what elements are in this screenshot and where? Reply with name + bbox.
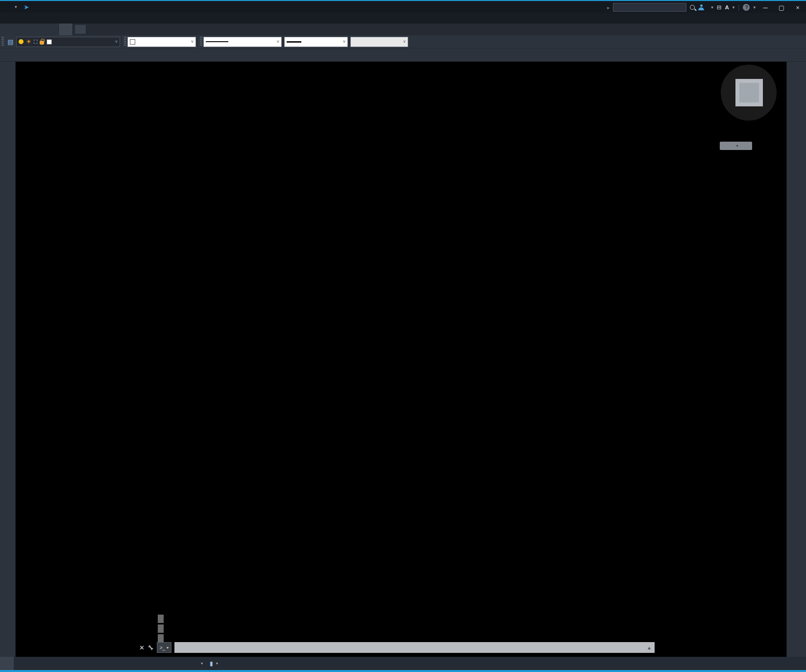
layer-combo-chevron[interactable]: ˅ (115, 39, 118, 44)
titlebar-right: ▸ ▾ ⊟ A ▾ | ? ▾ ─ ▢ × (607, 2, 804, 13)
close-button[interactable]: × (791, 2, 804, 12)
model-space-button[interactable] (190, 658, 195, 669)
color-swatch (130, 39, 135, 45)
window-bottom-accent (0, 670, 806, 672)
linetype-combo-chevron[interactable]: ˅ (277, 39, 279, 44)
help-icon[interactable]: ? (743, 4, 750, 11)
layer-combo[interactable]: ☀ ⛶ ˅ (16, 37, 120, 47)
title-bar: ▾ ➤ ▸ ▾ ⊟ A ▾ | ? ▾ ─ ▢ × (0, 0, 806, 13)
command-history-line (158, 624, 164, 633)
command-expand-icon[interactable]: ▲ (647, 645, 652, 650)
layer-vpfreeze-icon[interactable]: ⛶ (34, 39, 38, 45)
share-button[interactable]: ➤ (24, 3, 31, 11)
toolbar-grip[interactable] (1, 37, 4, 47)
command-bar: ✕ 🔧︎ >_▾ ▲ (139, 641, 655, 654)
lineweight-combo-chevron[interactable]: ˅ (343, 39, 345, 44)
linetype-combo[interactable]: ˅ (203, 37, 282, 47)
layout-tab-model[interactable] (0, 657, 14, 670)
command-recent-icon[interactable]: >_▾ (157, 642, 171, 653)
share-icon: ➤ (24, 3, 29, 11)
plot-style-combo[interactable]: ˅ (350, 37, 408, 47)
layer-on-icon[interactable] (19, 39, 24, 44)
account-chevron-icon[interactable]: ▾ (711, 5, 713, 10)
command-close-icon[interactable]: ✕ (139, 644, 145, 651)
minimize-button[interactable]: ─ (759, 2, 772, 12)
linetype-sample (206, 41, 228, 42)
command-history-line (158, 615, 164, 623)
view-name-chevron: ▾ (736, 144, 738, 148)
command-input[interactable] (174, 642, 655, 653)
tab-start[interactable] (0, 24, 59, 35)
autodesk-app-icon[interactable]: A (725, 4, 729, 10)
toolbar-dimension-modify (0, 49, 806, 62)
color-combo[interactable]: ˅ (127, 37, 196, 47)
command-input-wrap: ▲ (174, 642, 655, 653)
annotation-scale-button[interactable]: ▾ (196, 658, 206, 669)
view-name-control[interactable]: ▾ (720, 142, 752, 150)
logo-chevron-icon[interactable]: ▾ (15, 4, 17, 9)
app-store-icon[interactable]: ⊟ (717, 4, 722, 11)
account-icon[interactable] (698, 4, 704, 10)
modify-toolbar (786, 62, 806, 657)
layer-thaw-icon[interactable]: ☀ (26, 38, 31, 45)
layout-tab-layout1[interactable] (14, 657, 27, 670)
layer-properties-icon[interactable]: ▤ (5, 36, 16, 48)
help-chevron-icon[interactable]: ▾ (753, 5, 756, 10)
autocad-window: ▾ ➤ ▸ ▾ ⊟ A ▾ | ? ▾ ─ ▢ × (0, 0, 806, 672)
layer-color-swatch (47, 39, 52, 45)
cad-drawing[interactable] (16, 62, 786, 657)
plot-style-combo-chevron[interactable]: ˅ (403, 39, 406, 44)
lineweight-sample (287, 41, 301, 43)
toolbar-grip[interactable] (124, 37, 126, 47)
search-input[interactable] (613, 3, 686, 12)
menu-bar (0, 13, 806, 24)
file-tab-row (0, 24, 806, 35)
expand-search-icon[interactable]: ▸ (607, 5, 610, 10)
lineweight-combo[interactable]: ˅ (284, 37, 348, 47)
toolbar-standard: ▤ ☀ ⛶ ˅ ˅ ˅ ˅ (0, 35, 806, 49)
maximize-button[interactable]: ▢ (775, 2, 788, 12)
toolbar-grip[interactable] (200, 37, 202, 47)
drawing-canvas[interactable]: ▾ ✕ 🔧︎ >_▾ ▲ (16, 62, 786, 657)
draw-toolbar (0, 62, 16, 657)
tab-document[interactable] (59, 24, 73, 35)
status-bar: ▾ ▮▾ (0, 657, 806, 670)
new-tab-button[interactable] (75, 25, 86, 34)
search-icon[interactable] (690, 5, 695, 10)
command-customize-icon[interactable]: 🔧︎ (147, 644, 154, 651)
color-combo-chevron[interactable]: ˅ (191, 39, 194, 44)
layer-unlock-icon[interactable] (40, 41, 44, 45)
units-button[interactable]: ▮▾ (207, 658, 221, 669)
apps-chevron-icon[interactable]: ▾ (733, 5, 735, 10)
